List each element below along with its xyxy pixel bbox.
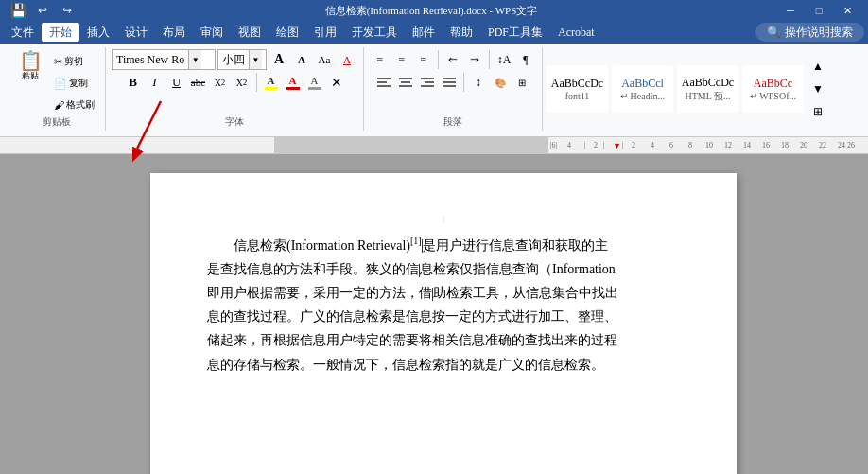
- title-bar: 💾 ↩ ↪ 信息检索(Information Retrieval).docx -…: [0, 0, 868, 21]
- redo-icon[interactable]: ↪: [57, 0, 78, 21]
- font-highlight-button[interactable]: A: [261, 72, 282, 93]
- text-line1b: 是用户进行信息查询和获取的主: [423, 238, 608, 253]
- text-line3b: 助检索工具，从信息集合中找出: [433, 286, 618, 300]
- font-grow-button[interactable]: A: [269, 49, 289, 70]
- quick-save-icon[interactable]: 💾: [8, 0, 28, 21]
- font-name-display: Times New Ro: [113, 53, 188, 67]
- increase-indent-button[interactable]: ⇒: [464, 49, 485, 70]
- shading-button[interactable]: 🎨: [490, 72, 511, 93]
- undo-icon[interactable]: ↩: [32, 0, 53, 21]
- style-wps-button[interactable]: AaBbCc ↵ WPSOf...: [742, 65, 804, 113]
- text-line6: 息的存储与检索。一般情况下，信息检索指的就是广义的信息检索。: [207, 358, 604, 372]
- styles-scroll-down[interactable]: ▼: [807, 79, 828, 99]
- menu-home[interactable]: 开始: [42, 23, 79, 42]
- erase-format-button[interactable]: ✕: [326, 72, 347, 93]
- menu-design[interactable]: 设计: [117, 23, 155, 42]
- paragraph-group: ≡ ≡ ≡ ⇐ ⇒ ↕A ¶: [364, 47, 543, 131]
- text-line1a: 信息检索(Information Retrieval): [234, 238, 410, 253]
- menu-draw[interactable]: 绘图: [269, 23, 306, 42]
- font-shade-button[interactable]: A: [304, 72, 325, 93]
- align-left-button[interactable]: [373, 72, 394, 93]
- sort-button[interactable]: ↕A: [494, 49, 514, 70]
- borders-button[interactable]: ⊞: [512, 72, 532, 93]
- subscript-button[interactable]: X2: [210, 72, 231, 93]
- ribbon: 📋 粘贴 ✂ 剪切 📄 复制 🖌 格式刷: [0, 44, 868, 137]
- font-group: Times New Ro ▼ 小四 ▼ A A Aa A B I U: [106, 47, 364, 131]
- italic-button[interactable]: I: [145, 72, 165, 93]
- minimize-button[interactable]: ─: [777, 2, 804, 19]
- menu-view[interactable]: 视图: [231, 23, 269, 42]
- multilevel-button[interactable]: ≡: [413, 49, 434, 70]
- show-marks-button[interactable]: ¶: [515, 49, 536, 70]
- menu-pdf[interactable]: PDF工具集: [480, 23, 550, 42]
- line-spacing-button[interactable]: ↕: [468, 72, 489, 93]
- font-name-dropdown-arrow[interactable]: ▼: [188, 50, 201, 69]
- font-label: 字体: [225, 115, 244, 131]
- maximize-button[interactable]: □: [806, 2, 832, 19]
- font-name-selector[interactable]: Times New Ro ▼: [112, 49, 216, 70]
- menu-review[interactable]: 审阅: [193, 23, 231, 42]
- format-painter-button[interactable]: 🖌 格式刷: [49, 95, 99, 115]
- decrease-indent-button[interactable]: ⇐: [443, 49, 463, 70]
- paste-button[interactable]: 📋 粘贴: [13, 49, 47, 83]
- copy-button[interactable]: 📄 复制: [49, 73, 99, 94]
- underline-button[interactable]: U: [166, 72, 187, 93]
- clipboard-group: 📋 粘贴 ✂ 剪切 📄 复制 🖌 格式刷: [8, 47, 106, 131]
- numbering-button[interactable]: ≡: [391, 49, 412, 70]
- text-line4: 息的查找过程。广义的信息检索是信息按一定的方式进行加工、整理、: [207, 309, 617, 324]
- styles-expand[interactable]: ⊞: [807, 101, 828, 122]
- font-size-selector[interactable]: 小四 ▼: [217, 49, 267, 70]
- font-shrink-button[interactable]: A: [291, 49, 312, 70]
- bullets-button[interactable]: ≡: [370, 49, 391, 70]
- close-button[interactable]: ✕: [834, 2, 860, 19]
- styles-scroll-up[interactable]: ▲: [807, 56, 828, 77]
- text-line2: 是查找信息的方法和手段。狭义的信: [207, 262, 419, 276]
- menu-developer[interactable]: 开发工具: [344, 23, 405, 42]
- strikethrough-button[interactable]: abc: [188, 72, 209, 93]
- text-line2b: 息检索仅指信息查询（Information: [420, 262, 616, 276]
- font-color-button[interactable]: A: [283, 72, 304, 93]
- center-button[interactable]: [395, 72, 416, 93]
- menu-acrobat[interactable]: Acrobat: [550, 23, 602, 42]
- text-line3: 即用户根据需要，采用一定的方法，借: [207, 286, 432, 300]
- document-area: | 信息检索(Information Retrieval)[1]是用户进行信息查…: [0, 154, 868, 474]
- text-line5: 储起来，再根据信息用户特定的需要将相关信息准确的查找出来的过程: [207, 333, 617, 347]
- document-content: 信息检索(Information Retrieval)[1]是用户进行信息查询和…: [207, 233, 680, 377]
- superscript-button[interactable]: X2: [232, 72, 252, 93]
- menu-file[interactable]: 文件: [4, 23, 42, 42]
- window-title: 信息检索(Information Retrieval).docx - WPS文字: [85, 4, 777, 18]
- font-size-dropdown-arrow[interactable]: ▼: [249, 50, 262, 69]
- menu-references[interactable]: 引用: [306, 23, 344, 42]
- menu-search[interactable]: 🔍操作说明搜索: [755, 23, 864, 42]
- clear-format-button[interactable]: A: [337, 49, 357, 70]
- paragraph-label: 段落: [443, 115, 462, 131]
- menu-help[interactable]: 帮助: [443, 23, 480, 42]
- cut-button[interactable]: ✂ 剪切: [49, 51, 99, 72]
- style-normal-button[interactable]: AaBbCcDc font11: [547, 65, 608, 113]
- ruler: |6| 4 | 2 | ▼ | 2 4 6 8 10 12 14 16 18 2…: [0, 137, 868, 154]
- bold-button[interactable]: B: [123, 72, 144, 93]
- menu-insert[interactable]: 插入: [79, 23, 117, 42]
- document-page: | 信息检索(Information Retrieval)[1]是用户进行信息查…: [150, 173, 737, 474]
- change-case-button[interactable]: Aa: [314, 49, 335, 70]
- style-html-button[interactable]: AaBbCcDc HTML 预...: [677, 65, 738, 113]
- justify-button[interactable]: [439, 72, 460, 93]
- align-right-button[interactable]: [417, 72, 438, 93]
- text-ref1: [1]: [410, 236, 422, 246]
- menu-layout[interactable]: 布局: [155, 23, 193, 42]
- style-heading1-button[interactable]: AaBbCcl ↵ Headin...: [612, 65, 673, 113]
- menu-mailing[interactable]: 邮件: [405, 23, 443, 42]
- menu-bar: 文件 开始 插入 设计 布局 审阅 视图 绘图 引用 开发工具 邮件 帮助 PD…: [0, 21, 868, 44]
- font-size-display: 小四: [218, 52, 249, 68]
- clipboard-label: 剪贴板: [43, 115, 71, 131]
